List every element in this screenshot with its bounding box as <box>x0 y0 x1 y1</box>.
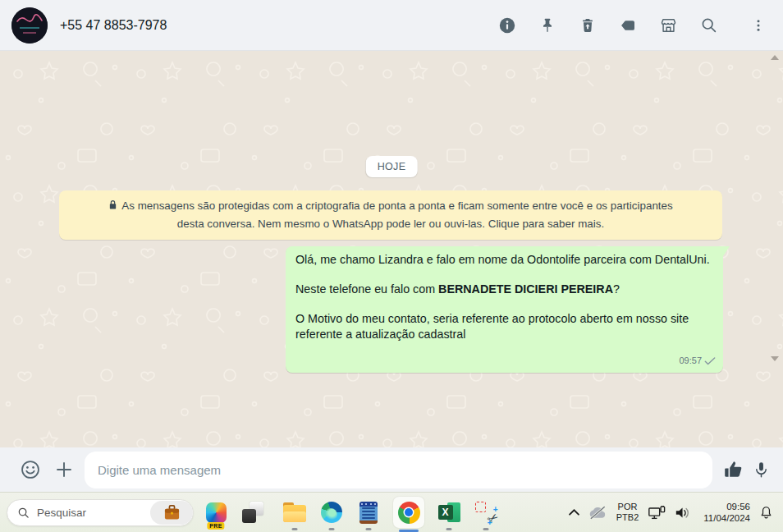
tray-chevron-icon[interactable] <box>569 509 579 516</box>
encryption-notice: As mensagens são protegidas com a cripto… <box>59 190 722 240</box>
chat-header: +55 47 8853-7978 <box>0 0 783 51</box>
copilot-pre-badge: PRE <box>207 522 224 530</box>
running-indicator <box>446 528 452 530</box>
message-paragraph-3: O Motivo do meu contato, seria referente… <box>295 311 714 342</box>
running-indicator <box>366 528 372 530</box>
scroll-down-arrow[interactable] <box>771 356 779 361</box>
taskbar-search-icon <box>17 507 30 519</box>
search-highlight-art[interactable] <box>150 501 193 525</box>
bubble-tail <box>723 246 730 257</box>
pin-icon[interactable] <box>538 16 557 35</box>
contact-avatar[interactable] <box>11 7 48 44</box>
tray-time: 09:56 <box>703 501 750 512</box>
message-time: 09:57 <box>679 353 702 369</box>
running-indicator <box>292 528 298 530</box>
notification-bell-icon[interactable] <box>759 505 773 521</box>
lock-icon <box>108 198 117 215</box>
check-sent-icon <box>704 357 716 365</box>
message-input[interactable] <box>85 452 712 488</box>
contact-title[interactable]: +55 47 8853-7978 <box>60 18 167 33</box>
tray-date: 11/04/2024 <box>703 512 750 524</box>
excel-icon: X <box>438 502 460 523</box>
encryption-notice-link[interactable]: Clique para saber mais. <box>488 218 604 230</box>
clock-date[interactable]: 09:56 11/04/2024 <box>703 501 750 524</box>
taskbar-search-input[interactable] <box>37 507 150 519</box>
running-indicator <box>329 528 335 530</box>
avatar-art <box>11 7 48 44</box>
outgoing-message-bubble[interactable]: Olá, me chamo Lizandra e falo em nome da… <box>286 246 723 373</box>
system-tray: POR PTB2 09:56 11/04/2024 <box>569 501 773 524</box>
notepad-app-button[interactable] <box>356 500 381 525</box>
briefcase-icon <box>163 504 181 521</box>
menu-icon[interactable] <box>749 16 768 35</box>
file-explorer-icon <box>283 502 306 522</box>
running-indicator <box>483 528 489 530</box>
task-view-button[interactable] <box>240 500 265 525</box>
snipping-tool-icon: ✂++ <box>475 502 497 524</box>
task-view-icon <box>242 502 263 523</box>
copilot-button[interactable]: PRE <box>204 500 228 525</box>
storefront-icon[interactable] <box>658 16 678 35</box>
language-indicator[interactable]: POR PTB2 <box>616 502 639 523</box>
header-actions <box>497 16 768 35</box>
delete-icon[interactable] <box>578 16 598 35</box>
volume-icon[interactable] <box>675 506 691 520</box>
network-ethernet-icon[interactable] <box>648 505 666 521</box>
file-explorer-button[interactable] <box>282 500 307 525</box>
taskbar-search-box[interactable] <box>7 499 194 526</box>
message-meta: 09:57 <box>679 353 716 369</box>
thumbs-up-icon[interactable] <box>722 459 744 480</box>
attach-plus-icon[interactable] <box>54 460 74 479</box>
info-icon[interactable] <box>497 16 517 35</box>
message-bold-name: BERNADETE DICIERI PEREIRA <box>438 282 613 296</box>
message-composer <box>0 447 783 492</box>
excel-button[interactable]: X <box>437 500 461 525</box>
windows-taskbar: PRE <box>0 492 783 532</box>
onedrive-offline-icon[interactable] <box>588 506 607 520</box>
scroll-up-arrow[interactable] <box>771 55 779 60</box>
copilot-icon <box>206 502 227 523</box>
date-divider: HOJE <box>366 156 418 177</box>
chat-message-area: HOJE As mensagens são protegidas com a c… <box>0 51 783 447</box>
chrome-icon <box>398 502 420 524</box>
label-icon[interactable] <box>618 16 638 35</box>
microphone-icon[interactable] <box>753 460 770 480</box>
emoji-icon[interactable] <box>20 459 41 480</box>
message-paragraph-2: Neste telefone eu falo com BERNADETE DIC… <box>295 282 714 297</box>
taskbar-app-icons: PRE <box>204 497 498 528</box>
message-paragraph-1: Olá, me chamo Lizandra e falo em nome da… <box>295 252 714 268</box>
snipping-tool-button[interactable]: ✂++ <box>474 500 498 525</box>
chrome-button[interactable] <box>393 497 424 528</box>
whatsapp-desktop-window: +55 47 8853-7978 <box>0 0 783 532</box>
edge-icon <box>321 502 342 523</box>
edge-button[interactable] <box>319 500 344 525</box>
notepad-icon <box>359 502 378 524</box>
search-icon[interactable] <box>698 16 718 35</box>
